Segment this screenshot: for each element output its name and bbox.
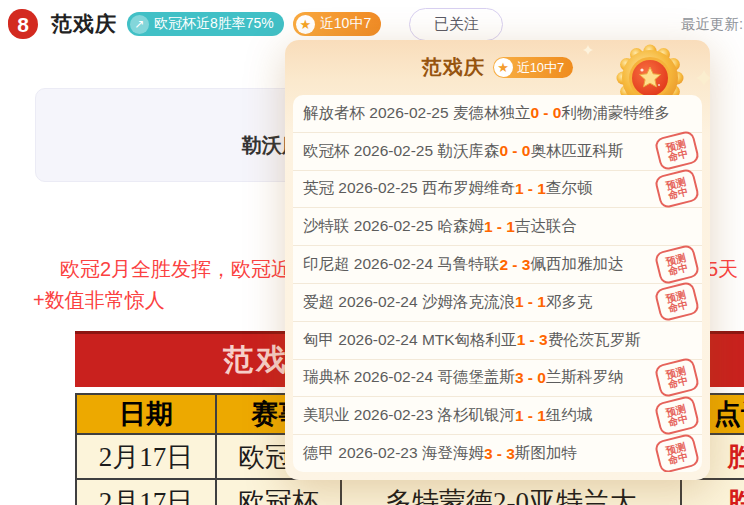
record-row[interactable]: 爱超 2026-02-24 沙姆洛克流浪1 - 1邓多克预测命中 xyxy=(293,284,702,322)
record-score: 0 - 0 xyxy=(530,104,561,122)
record-away: 斯图加特 xyxy=(515,443,577,464)
record-row[interactable]: 匈甲 2026-02-24 MTK匈格利亚1 - 3费伦茨瓦罗斯 xyxy=(293,322,702,360)
hit-stamp-icon: 预测命中 xyxy=(654,130,701,172)
record-score: 1 - 1 xyxy=(515,180,546,198)
followed-button[interactable]: 已关注 xyxy=(409,8,503,41)
table-cell-date: 2月17日 xyxy=(76,479,216,505)
popup-streak-label: 近10中7 xyxy=(517,59,565,77)
record-away: 佩西加雅加达 xyxy=(530,254,623,275)
star-icon: ★ xyxy=(494,58,513,77)
record-row[interactable]: 德甲 2026-02-23 海登海姆3 - 3斯图加特预测命中 xyxy=(293,435,702,472)
record-away: 利物浦蒙特维多 xyxy=(561,103,670,124)
record-text: 爱超 2026-02-24 沙姆洛克流浪 xyxy=(303,292,515,313)
record-away: 查尔顿 xyxy=(546,178,593,199)
table-row: 2月17日欧冠杯多特蒙德2-0亚特兰大胜 xyxy=(76,479,744,505)
record-text: 印尼超 2026-02-24 马鲁特联 xyxy=(303,254,499,275)
record-away: 纽约城 xyxy=(546,405,593,426)
record-score: 1 - 1 xyxy=(515,407,546,425)
record-score: 3 - 0 xyxy=(515,369,546,387)
popup-expert-name: 范戏庆 xyxy=(422,54,485,81)
record-row[interactable]: 解放者杯 2026-02-25 麦德林独立0 - 0利物浦蒙特维多 xyxy=(293,95,702,133)
record-away: 费伦茨瓦罗斯 xyxy=(548,330,641,351)
record-row[interactable]: 欧冠杯 2026-02-25 勒沃库森0 - 0奥林匹亚科斯预测命中 xyxy=(293,133,702,171)
record-text: 匈甲 2026-02-24 MTK匈格利亚 xyxy=(303,330,517,351)
record-text: 德甲 2026-02-23 海登海姆 xyxy=(303,443,484,464)
record-away: 吉达联合 xyxy=(515,216,577,237)
table-cell-league: 欧冠杯 xyxy=(216,479,341,505)
table-cell-result: 胜 xyxy=(681,479,744,505)
record-score: 2 - 3 xyxy=(499,256,530,274)
hit-stamp-icon: 预测命中 xyxy=(654,168,701,210)
trend-up-icon: ↗ xyxy=(130,15,149,34)
record-score: 1 - 1 xyxy=(515,293,546,311)
winrate-badge: ↗ 欧冠杯近8胜率75% xyxy=(127,12,284,36)
record-text: 解放者杯 2026-02-25 麦德林独立 xyxy=(303,103,530,124)
popup-header: 范戏庆 ★ 近10中7 xyxy=(285,40,710,95)
winrate-badge-label: 欧冠杯近8胜率75% xyxy=(154,15,274,33)
last-updated-label: 最近更新: xyxy=(681,15,743,34)
table-cell-match: 多特蒙德2-0亚特兰大 xyxy=(341,479,681,505)
streak-badge: ★ 近10中7 xyxy=(293,12,381,36)
hit-stamp-icon: 预测命中 xyxy=(654,243,701,285)
record-away: 兰斯科罗纳 xyxy=(546,367,624,388)
popup-streak-badge: ★ 近10中7 xyxy=(493,57,574,78)
record-text: 瑞典杯 2026-02-24 哥德堡盖斯 xyxy=(303,367,515,388)
record-row[interactable]: 印尼超 2026-02-24 马鲁特联2 - 3佩西加雅加达预测命中 xyxy=(293,246,702,284)
expert-record-popup: 范戏庆 ★ 近10中7 解放者杯 2026-02-25 麦德林独立0 - 0利物… xyxy=(285,40,710,480)
star-icon: ★ xyxy=(296,15,315,34)
record-text: 英冠 2026-02-25 西布罗姆维奇 xyxy=(303,178,515,199)
hit-stamp-icon: 预测命中 xyxy=(654,281,701,323)
record-away: 奥林匹亚科斯 xyxy=(530,141,623,162)
hit-stamp-icon: 预测命中 xyxy=(654,394,701,436)
record-row[interactable]: 沙特联 2026-02-25 哈森姆1 - 1吉达联合 xyxy=(293,208,702,246)
record-row[interactable]: 美职业 2026-02-23 洛杉矶银河1 - 1纽约城预测命中 xyxy=(293,397,702,435)
streak-badge-label: 近10中7 xyxy=(320,15,371,33)
expert-name: 范戏庆 xyxy=(51,10,117,38)
record-text: 欧冠杯 2026-02-25 勒沃库森 xyxy=(303,141,499,162)
record-row[interactable]: 英冠 2026-02-25 西布罗姆维奇1 - 1查尔顿预测命中 xyxy=(293,171,702,209)
record-row[interactable]: 瑞典杯 2026-02-24 哥德堡盖斯3 - 0兰斯科罗纳预测命中 xyxy=(293,360,702,398)
table-cell-date: 2月17日 xyxy=(76,434,216,479)
record-text: 沙特联 2026-02-25 哈森姆 xyxy=(303,216,484,237)
record-text: 美职业 2026-02-23 洛杉矶银河 xyxy=(303,405,515,426)
record-score: 1 - 3 xyxy=(517,331,548,349)
promo-text-line2: +数值非常惊人 xyxy=(33,287,165,314)
brand-logo-icon: 8 xyxy=(8,9,38,39)
table-header-cell: 日期 xyxy=(76,394,216,434)
record-score: 3 - 3 xyxy=(484,445,515,463)
hit-stamp-icon: 预测命中 xyxy=(654,357,701,399)
hit-stamp-icon: 预测命中 xyxy=(654,432,701,472)
promo-text-line1-tail: 5天 xyxy=(707,256,738,283)
record-score: 0 - 0 xyxy=(499,142,530,160)
record-away: 邓多克 xyxy=(546,292,593,313)
prediction-list: 解放者杯 2026-02-25 麦德林独立0 - 0利物浦蒙特维多欧冠杯 202… xyxy=(293,95,702,472)
record-score: 1 - 1 xyxy=(484,218,515,236)
promo-text-line1: 欧冠2月全胜发挥，欧冠近期 xyxy=(60,256,311,283)
